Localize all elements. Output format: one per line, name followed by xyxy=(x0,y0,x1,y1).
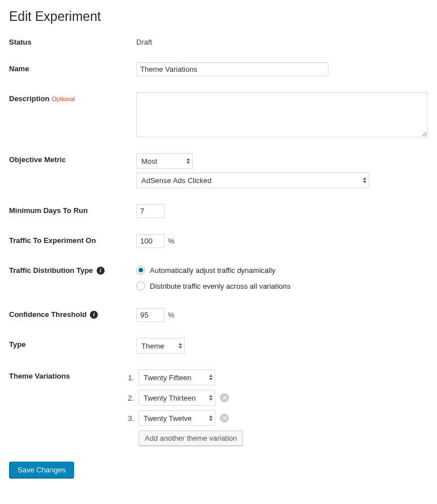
name-label: Name xyxy=(9,62,136,73)
status-value: Draft xyxy=(136,36,152,46)
description-label: Description Optional xyxy=(9,92,136,103)
percent-suffix: % xyxy=(168,311,175,319)
variation-theme-select[interactable]: Twenty Thirteen xyxy=(139,390,215,406)
status-label: Status xyxy=(9,36,136,46)
chevron-updown-icon xyxy=(363,177,366,183)
objective-direction-select[interactable]: Most xyxy=(136,153,193,169)
name-input[interactable] xyxy=(136,62,328,76)
min-days-label: Minimum Days To Run xyxy=(9,204,136,215)
info-icon[interactable]: i xyxy=(97,267,105,275)
save-button[interactable]: Save Changes xyxy=(9,462,74,478)
chevron-updown-icon xyxy=(209,375,213,380)
variation-number: 2. xyxy=(126,394,134,402)
objective-metric-select[interactable]: AdSense Ads Clicked xyxy=(136,172,369,188)
add-variation-button[interactable]: Add another theme variation xyxy=(139,431,243,446)
radio-icon xyxy=(136,266,145,275)
type-label: Type xyxy=(9,338,136,349)
variation-list: 1. Twenty Fifteen 2. Twenty Thirteen ✕ 3… xyxy=(136,370,243,446)
confidence-threshold-label: Confidence Threshold i xyxy=(9,308,136,319)
chevron-updown-icon xyxy=(179,343,182,349)
type-select[interactable]: Theme xyxy=(136,338,185,354)
distribution-even-label: Distribute traffic evenly across all var… xyxy=(150,282,291,290)
chevron-updown-icon xyxy=(209,415,213,421)
traffic-on-label: Traffic To Experiment On xyxy=(9,234,136,245)
variation-row: 1. Twenty Fifteen xyxy=(126,370,243,385)
remove-variation-icon[interactable]: ✕ xyxy=(220,414,229,423)
distribution-auto-radio[interactable]: Automatically adjust traffic dynamically xyxy=(136,264,275,276)
distribution-type-label: Traffic Distribution Type i xyxy=(9,264,136,275)
theme-variations-label: Theme Variations xyxy=(9,370,136,380)
confidence-input[interactable] xyxy=(136,308,165,322)
variation-row: 3. Twenty Twelve ✕ xyxy=(126,410,243,426)
info-icon[interactable]: i xyxy=(90,311,98,319)
chevron-updown-icon xyxy=(209,395,213,401)
variation-theme-select[interactable]: Twenty Fifteen xyxy=(139,370,215,385)
page-title: Edit Experiment xyxy=(9,9,428,24)
distribution-auto-label: Automatically adjust traffic dynamically xyxy=(150,266,275,275)
radio-icon xyxy=(136,281,145,290)
remove-variation-icon[interactable]: ✕ xyxy=(220,393,229,402)
chevron-updown-icon xyxy=(187,158,190,164)
variation-row: 2. Twenty Thirteen ✕ xyxy=(126,390,243,406)
objective-metric-label: Objective Metric xyxy=(9,153,136,164)
description-textarea[interactable] xyxy=(136,92,427,137)
variation-number: 1. xyxy=(126,373,134,382)
traffic-pct-input[interactable] xyxy=(136,234,165,248)
variation-theme-select[interactable]: Twenty Twelve xyxy=(139,410,215,426)
percent-suffix: % xyxy=(168,237,175,245)
optional-badge: Optional xyxy=(52,95,75,102)
min-days-input[interactable] xyxy=(136,204,165,218)
distribution-even-radio[interactable]: Distribute traffic evenly across all var… xyxy=(136,280,291,292)
variation-number: 3. xyxy=(126,414,134,423)
